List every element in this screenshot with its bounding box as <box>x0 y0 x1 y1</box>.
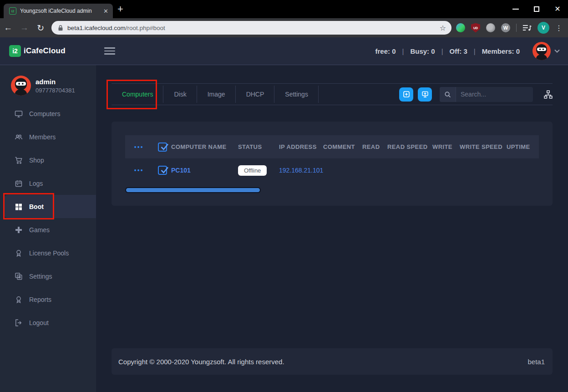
screen: i2 Youngzsoft iCafeCloud admin ✕ + ✕ ← →… <box>0 0 568 392</box>
tab-computers[interactable]: Computers <box>112 84 163 105</box>
sidebar-item-label: Games <box>29 226 50 234</box>
search-box <box>440 87 533 102</box>
tab-bar: Computers Disk Image DHCP Settings <box>112 84 319 105</box>
sidebar: admin 097778704381 Computers Members <box>0 65 96 392</box>
search-icon <box>444 91 451 98</box>
tab-image[interactable]: Image <box>197 84 236 105</box>
brand-name: iCafeCloud <box>24 46 66 56</box>
tab-dhcp[interactable]: DHCP <box>236 84 275 105</box>
sidebar-item-label: Shop <box>29 157 44 164</box>
computer-name[interactable]: PC101 <box>171 167 191 174</box>
tab-close-icon[interactable]: ✕ <box>103 8 108 15</box>
lock-icon <box>58 25 63 31</box>
browser-menu-icon[interactable]: ⋮ <box>555 24 563 32</box>
browser-profile-avatar[interactable]: V <box>538 22 549 34</box>
forward-button[interactable]: → <box>16 23 33 33</box>
hamburger-menu-icon[interactable] <box>104 47 115 55</box>
address-bar[interactable]: beta1.icafecloud.com/root.php#boot ☆ <box>51 21 451 35</box>
select-all-checkbox[interactable] <box>158 143 167 152</box>
row-actions-icon[interactable] <box>125 169 158 171</box>
sidebar-item-shop[interactable]: Shop <box>0 148 96 172</box>
stat-free: free: 0 <box>375 47 396 55</box>
monitor-icon <box>15 110 23 118</box>
tab-settings[interactable]: Settings <box>274 84 319 105</box>
table-header: COMPUTER NAME STATUS IP ADDRESS COMMENT … <box>125 135 539 158</box>
close-icon: ✕ <box>554 5 560 13</box>
playlist-icon[interactable] <box>522 24 532 31</box>
browser-titlebar: i2 Youngzsoft iCafeCloud admin ✕ + ✕ <box>0 0 568 18</box>
sidebar-item-label: License Pools <box>29 249 69 257</box>
search-input[interactable] <box>456 91 533 98</box>
close-button[interactable]: ✕ <box>547 0 568 18</box>
column-header: READ <box>362 143 387 150</box>
brand[interactable]: i2 iCafeCloud <box>0 37 96 65</box>
sidebar-item-computers[interactable]: Computers <box>0 102 96 125</box>
maximize-button[interactable] <box>526 0 547 18</box>
column-header: IP ADDRESS <box>279 143 323 150</box>
ublock-extension-icon[interactable]: UD <box>471 23 480 33</box>
browser-extensions: UD W V ⋮ <box>456 22 568 34</box>
reload-button[interactable]: ↻ <box>32 23 49 33</box>
stat-separator: | <box>402 47 404 55</box>
site-favicon-icon: i2 <box>9 7 16 15</box>
bookmark-star-icon[interactable]: ☆ <box>440 24 446 32</box>
search-icon-cell[interactable] <box>440 87 456 102</box>
minimize-button[interactable] <box>505 0 526 18</box>
cart-icon <box>15 156 23 164</box>
admin-phone: 097778704381 <box>36 87 75 94</box>
horizontal-scrollbar-thumb[interactable] <box>125 187 261 193</box>
url-text: beta1.icafecloud.com/root.php#boot <box>67 25 440 31</box>
add-computer-button[interactable] <box>418 87 432 102</box>
stat-separator: | <box>474 47 476 55</box>
column-header: WRITE SPEED <box>460 143 507 150</box>
layers-icon <box>15 272 23 280</box>
column-header: WRITE <box>432 143 460 150</box>
sidebar-item-label: Reports <box>29 296 51 303</box>
version-label: beta1 <box>527 358 545 366</box>
column-header: COMMENT <box>323 143 362 150</box>
gamepad-icon <box>15 226 23 234</box>
medal-icon <box>15 249 23 257</box>
user-menu[interactable] <box>532 42 560 60</box>
calendar-icon <box>15 179 23 188</box>
browser-tab[interactable]: i2 Youngzsoft iCafeCloud admin ✕ <box>4 4 113 18</box>
sidebar-item-label: Members <box>29 133 56 141</box>
sidebar-item-license-pools[interactable]: License Pools <box>0 241 96 265</box>
sidebar-item-logs[interactable]: Logs <box>0 172 96 195</box>
idm-extension-icon[interactable] <box>456 23 465 32</box>
octopus-extension-icon[interactable] <box>486 23 495 32</box>
add-button[interactable] <box>399 87 413 102</box>
sidebar-item-members[interactable]: Members <box>0 125 96 148</box>
new-tab-button[interactable]: + <box>117 5 123 14</box>
row-checkbox[interactable] <box>158 166 167 175</box>
user-avatar <box>532 42 551 60</box>
wikipedia-extension-icon[interactable]: W <box>501 23 510 32</box>
sidebar-item-label: Settings <box>29 273 52 280</box>
add-icon <box>403 91 410 98</box>
sidebar-item-label: Logs <box>29 180 43 187</box>
add-computer-icon <box>421 91 429 98</box>
logout-icon <box>15 319 23 327</box>
column-header: UPTIME <box>507 143 539 150</box>
tab-disk[interactable]: Disk <box>163 84 197 105</box>
sidebar-item-reports[interactable]: Reports <box>0 288 96 311</box>
window-controls: ✕ <box>505 0 568 18</box>
main-content: Computers Disk Image DHCP Settings <box>96 65 568 392</box>
table-row[interactable]: PC101 Offline 192.168.21.101 <box>125 158 539 182</box>
members-icon <box>15 133 23 141</box>
sidebar-item-label: Computers <box>29 110 60 117</box>
back-button[interactable]: ← <box>0 23 16 33</box>
network-topology-icon[interactable] <box>544 90 553 99</box>
stat-separator: | <box>441 47 443 55</box>
browser-toolbar: ← → ↻ beta1.icafecloud.com/root.php#boot… <box>0 18 568 37</box>
sidebar-item-label: Boot <box>29 203 44 210</box>
status-badge: Offline <box>238 165 267 176</box>
sidebar-item-boot[interactable]: Boot <box>4 195 96 218</box>
sidebar-item-games[interactable]: Games <box>0 218 96 241</box>
windows-icon <box>15 203 23 211</box>
sidebar-item-settings[interactable]: Settings <box>0 265 96 288</box>
report-medal-icon <box>15 295 23 304</box>
row-actions-icon[interactable] <box>125 146 158 148</box>
maximize-icon <box>534 6 539 12</box>
sidebar-item-logout[interactable]: Logout <box>0 311 96 334</box>
